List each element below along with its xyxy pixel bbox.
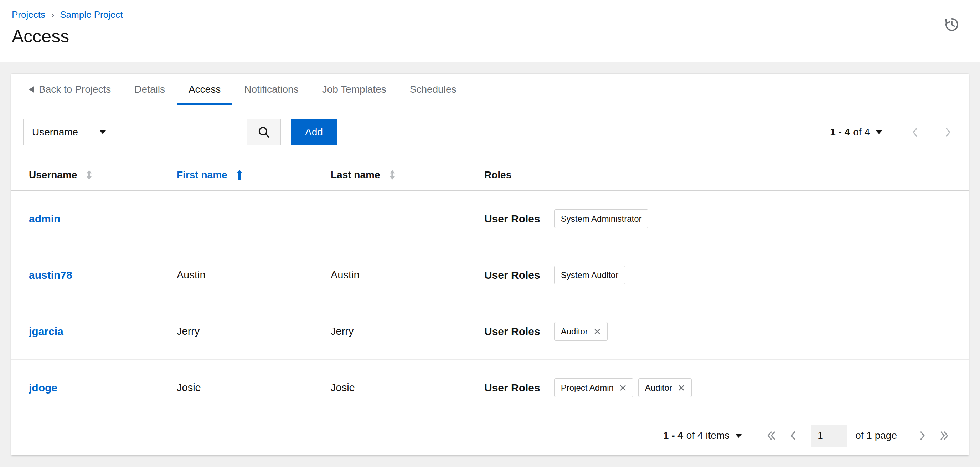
roles-cell: User Roles System Auditor [467,266,969,284]
last-page-button[interactable] [939,430,950,441]
top-pagination-dropdown[interactable]: 1 - 4 of 4 [830,127,882,138]
add-button[interactable]: Add [291,119,337,145]
chevron-left-icon [911,126,918,138]
role-chip-label: Project Admin [561,383,614,393]
first-name-cell: Jerry [159,325,313,337]
filter-type-selected: Username [32,127,78,138]
role-chip-label: System Administrator [561,214,642,224]
breadcrumb-separator: › [51,10,54,20]
role-chip: System Administrator [554,209,649,228]
filter-type-dropdown[interactable]: Username [23,119,115,145]
sort-ascending-icon [236,170,243,180]
chevron-down-icon [99,130,106,134]
tab-back-to-projects[interactable]: Back to Projects [17,74,123,105]
close-icon [678,384,685,391]
tab-details[interactable]: Details [123,74,177,105]
chevron-left-icon [789,430,797,441]
search-input[interactable] [115,119,247,145]
tab-back-label: Back to Projects [39,84,111,95]
column-header-username[interactable]: Username [11,169,159,181]
toolbar: Username Add 1 - 4 of 4 [23,119,952,145]
main-content: Back to Projects Details Access Notifica… [0,74,980,455]
last-name-cell: Jerry [313,325,467,337]
table-row-austin78: austin78 Austin Austin User Roles System… [11,247,969,303]
search-icon [257,126,270,139]
table-header-row: Username First name Last name [11,159,969,191]
user-roles-label: User Roles [484,325,540,338]
breadcrumb-link-projects[interactable]: Projects [12,9,45,20]
chevron-down-icon [876,130,882,134]
user-roles-label: User Roles [484,269,540,281]
username-cell: jgarcia [11,325,159,338]
close-icon [594,328,601,335]
chip-remove-button[interactable] [594,328,601,335]
access-card: Back to Projects Details Access Notifica… [11,74,969,455]
last-name-cell: Austin [313,269,467,281]
column-header-last-name[interactable]: Last name [313,169,467,181]
role-chip: System Auditor [554,266,625,284]
sort-icon [86,170,93,180]
roles-cell: User Roles Auditor [467,322,969,341]
role-chip: Project Admin [554,378,633,397]
column-header-label: Last name [331,169,380,181]
user-roles-label: User Roles [484,213,540,225]
role-chips: System Auditor [554,266,625,284]
activity-history-button[interactable] [943,16,960,33]
roles-cell: User Roles System Administrator [467,209,969,228]
tab-notifications[interactable]: Notifications [232,74,310,105]
page-count-label: of 1 page [855,430,897,441]
username-link[interactable]: jgarcia [29,325,64,338]
roles-cell: User Roles Project Admin Auditor [467,378,969,397]
first-page-button[interactable] [765,430,776,441]
column-header-label: Username [29,169,77,181]
chip-remove-button[interactable] [619,384,627,391]
username-cell: jdoge [11,382,159,394]
column-header-roles: Roles [467,169,969,181]
access-table: Username First name Last name [11,159,969,416]
pagination-range: 1 - 4 [830,127,850,138]
search-button[interactable] [247,119,281,145]
role-chip-label: System Auditor [561,270,618,280]
column-header-first-name[interactable]: First name [159,169,313,181]
page-number-input[interactable] [811,425,848,447]
tab-bar: Back to Projects Details Access Notifica… [11,74,969,105]
role-chip: Auditor [554,322,608,341]
username-cell: admin [11,213,159,225]
chevron-right-icon [945,126,952,138]
role-chips: Auditor [554,322,608,341]
username-link[interactable]: admin [29,213,60,225]
tab-schedules[interactable]: Schedules [398,74,468,105]
user-roles-label: User Roles [484,382,540,394]
role-chip-label: Auditor [645,383,672,393]
chip-remove-button[interactable] [678,384,685,391]
prev-page-button[interactable] [911,126,918,138]
role-chips: Project Admin Auditor [554,378,692,397]
username-link[interactable]: jdoge [29,382,57,394]
first-name-cell: Austin [159,269,313,281]
close-icon [619,384,627,391]
column-header-label: First name [177,169,228,181]
pagination-range: 1 - 4 [663,430,683,441]
table-row-jdoge: jdoge Josie Josie User Roles Project Adm… [11,360,969,416]
sort-icon [389,170,396,180]
prev-page-button[interactable] [789,430,797,441]
history-icon [943,16,960,33]
footer-pagination: 1 - 4 of 4 items of 1 page [11,416,969,455]
double-chevron-left-icon [765,430,776,441]
next-page-button[interactable] [945,126,952,138]
breadcrumb-link-sample-project[interactable]: Sample Project [60,9,123,20]
page-title: Access [12,26,980,47]
username-link[interactable]: austin78 [29,269,72,281]
next-page-button[interactable] [919,430,926,441]
tab-job-templates[interactable]: Job Templates [310,74,398,105]
role-chip-label: Auditor [561,327,588,336]
chevron-down-icon [735,434,742,438]
top-pagination: 1 - 4 of 4 [830,126,952,138]
tab-access[interactable]: Access [177,74,232,105]
column-header-label: Roles [484,169,511,181]
footer-pagination-dropdown[interactable]: 1 - 4 of 4 items [663,430,742,441]
page-header: Projects › Sample Project Access [0,0,980,62]
username-cell: austin78 [11,269,159,281]
pagination-total: of 4 [853,127,870,138]
chevron-right-icon [919,430,926,441]
